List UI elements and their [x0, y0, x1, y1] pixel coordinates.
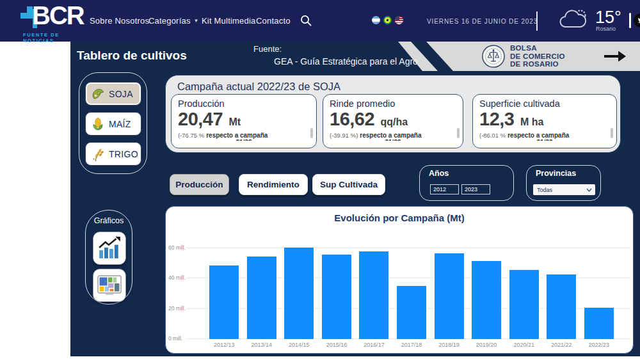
page: BCR FUENTE DE NOTICIAS Sobre Nosotros Ca…	[0, 0, 640, 364]
metric-button-sup-cultivada[interactable]: Sup Cultivada	[312, 174, 385, 195]
chart-bar[interactable]	[397, 286, 426, 339]
x-axis-tick: 2018/19	[430, 342, 468, 348]
chart-bar[interactable]	[322, 255, 351, 340]
chevron-down-icon: ▼	[194, 18, 199, 24]
anios-label: Años	[429, 169, 449, 178]
provincias-selected-value: Todas	[533, 187, 586, 193]
header-divider	[536, 12, 538, 31]
x-axis-tick: 2019/20	[468, 342, 506, 348]
x-axis-tick: 2013/14	[243, 342, 281, 348]
search-icon[interactable]	[300, 14, 312, 27]
bolsa-line3: DE ROSARIO	[510, 60, 565, 68]
dashboard-title: Tablero de cultivos	[77, 49, 187, 63]
y-axis-tick: 60 mill.	[168, 244, 188, 251]
x-axis-tick: 2022/23	[580, 342, 618, 348]
bar-chart-view-button[interactable]	[93, 232, 126, 265]
metric-button-produccion[interactable]: Producción	[170, 174, 229, 195]
bolsa-seal-icon	[481, 44, 506, 68]
x-axis-tick: 2015/16	[318, 342, 356, 348]
kpi-panel-title: Campaña actual 2022/23 de SOJA	[177, 81, 340, 93]
weather-widget: 15° Rosario	[558, 8, 621, 32]
anios-filter: Años	[419, 165, 514, 201]
kpi-card-value: 16,62	[330, 109, 374, 129]
x-axis-tick: 2014/15	[280, 342, 318, 348]
crop-selector: SOJA MAÍZ	[79, 72, 147, 174]
kpi-card-label: Superficie cultivada	[479, 99, 610, 109]
kpi-card-value: 20,47	[178, 109, 223, 129]
card-scrollbar-thumb[interactable]	[310, 128, 313, 138]
soja-icon	[90, 86, 106, 102]
chart-bar[interactable]	[472, 261, 501, 339]
chart-bar[interactable]	[435, 253, 464, 339]
chart-bar[interactable]	[509, 270, 539, 339]
kpi-card-label: Producción	[178, 99, 310, 109]
kpi-card-unit: Mt	[229, 116, 241, 127]
kpi-card-note: (-39.91 %)respecto a campaña 21/22	[330, 131, 456, 141]
fuente-label: Fuente:	[253, 44, 282, 54]
bcr-logo[interactable]: BCR FUENTE DE NOTICIAS	[6, 3, 83, 40]
chart-bar[interactable]	[584, 308, 614, 339]
kpi-card-value: 12,3	[479, 109, 514, 129]
cloud-sun-icon	[558, 8, 590, 31]
chevron-down-icon	[586, 188, 592, 192]
bcr-logo-text: BCR	[32, 1, 84, 30]
card-scrollbar-thumb[interactable]	[611, 128, 613, 138]
treemap-icon	[97, 275, 122, 296]
crop-button-trigo[interactable]: TRIGO	[85, 142, 141, 166]
crop-button-maiz[interactable]: MAÍZ	[85, 112, 141, 136]
top-navbar: BCR FUENTE DE NOTICIAS Sobre Nosotros Ca…	[0, 0, 640, 42]
card-scrollbar-thumb[interactable]	[457, 128, 460, 138]
graficos-panel: Gráficos	[85, 210, 132, 305]
flag-brasil-icon[interactable]	[383, 16, 392, 24]
chart-bar[interactable]	[284, 248, 314, 339]
anio-hasta-input[interactable]	[461, 184, 490, 194]
anio-desde-input[interactable]	[430, 184, 459, 194]
chart-bar[interactable]	[209, 265, 239, 339]
provincias-dropdown[interactable]: Todas	[533, 184, 595, 195]
y-axis-tick: 40 mill.	[168, 274, 188, 281]
flag-argentina-icon[interactable]	[372, 16, 380, 24]
metric-button-rendimiento[interactable]: Rendimiento	[239, 174, 308, 195]
x-axis-tick: 2012/13	[205, 342, 243, 348]
chart-plot-area: 60 mill. 40 mill. 20 mill. 0 mill.	[186, 235, 631, 339]
language-flags	[372, 16, 403, 24]
social-widget	[629, 13, 640, 28]
tablero-cultivos-dashboard: Tablero de cultivos Fuente: GEA - Guía E…	[70, 42, 640, 356]
kpi-card-rinde: Rinde promedio 16,62 qq/ha (-39.91 %)res…	[323, 94, 463, 148]
maiz-icon	[90, 116, 106, 132]
chart-bar[interactable]	[359, 251, 388, 339]
flag-eeuu-icon[interactable]	[395, 16, 403, 24]
x-axis-tick: 2017/18	[393, 342, 431, 348]
twitter-icon[interactable]	[634, 13, 640, 28]
nav-categorias[interactable]: Categorías▼	[148, 16, 199, 26]
bolsa-line2: DE COMERCIO	[510, 52, 565, 61]
kpi-panel: Campaña actual 2022/23 de SOJA Producció…	[165, 75, 621, 153]
nav-sobre-nosotros[interactable]: Sobre Nosotros	[90, 16, 149, 26]
x-axis-tick: 2020/21	[505, 342, 543, 348]
treemap-view-button[interactable]	[93, 269, 126, 302]
dashboard-header-band: Tablero de cultivos Fuente: GEA - Guía E…	[70, 42, 640, 71]
chart-bar[interactable]	[547, 274, 576, 339]
kpi-card-label: Rinde promedio	[330, 99, 456, 109]
bolsa-line1: BOLSA	[510, 44, 565, 52]
provincias-filter: Provincias Todas	[526, 165, 601, 201]
weather-temp: 15°	[595, 8, 621, 27]
kpi-card-produccion: Producción 20,47 Mt (-76.75 %respecto a …	[171, 94, 317, 148]
y-axis-tick: 0 mill.	[168, 335, 188, 342]
chart-bar[interactable]	[247, 257, 276, 339]
chart-bars	[205, 235, 618, 339]
evolucion-chart-panel: Evolución por Campaña (Mt) 60 mill. 40 m…	[165, 206, 634, 354]
bolsa-comercio-logo: BOLSA DE COMERCIO DE ROSARIO	[481, 44, 565, 68]
graficos-label: Gráficos	[86, 216, 132, 225]
nav-contacto[interactable]: Contacto	[256, 16, 291, 26]
nav-kit-multimedia[interactable]: Kit Multimedia	[202, 16, 255, 26]
fuente-value: GEA - Guía Estratégica para el Agro	[274, 56, 418, 67]
kpi-card-unit: qq/ha	[381, 116, 408, 127]
kpi-card-superficie: Superficie cultivada 12,3 M ha (-86.01 %…	[472, 94, 617, 148]
kpi-card-unit: M ha	[520, 116, 543, 127]
trigo-icon	[90, 146, 106, 162]
next-arrow-icon[interactable]	[604, 50, 627, 63]
kpi-card-note: (-76.75 %respecto a campaña 21/22	[178, 131, 310, 141]
crop-button-soja[interactable]: SOJA	[85, 82, 141, 106]
x-axis-tick: 2016/17	[355, 342, 393, 348]
